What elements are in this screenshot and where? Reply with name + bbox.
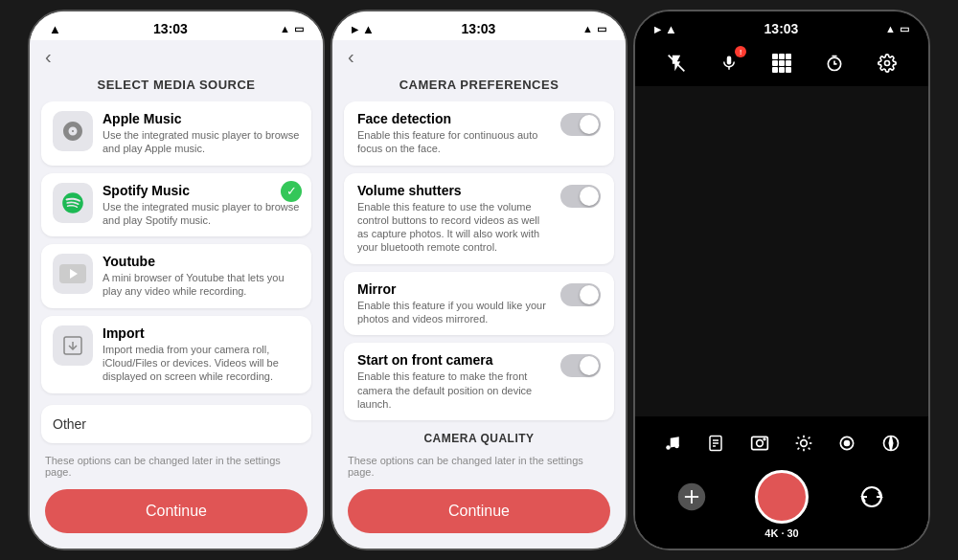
svg-point-10 <box>666 445 671 450</box>
wifi-icon: ▲ <box>49 22 61 36</box>
apple-music-icon <box>53 111 93 151</box>
import-desc: Import media from your camera roll, iClo… <box>103 343 300 384</box>
apple-music-desc: Use the integrated music player to brows… <box>103 128 300 156</box>
svg-line-24 <box>797 437 799 439</box>
svg-point-11 <box>674 444 679 449</box>
photo-icon[interactable] <box>744 428 775 459</box>
flash-icon[interactable] <box>661 48 692 78</box>
pref-mirror: Mirror Enable this feature if you would … <box>344 272 614 336</box>
toggle-mirror[interactable] <box>560 283 601 306</box>
battery-icon: ▭ <box>294 23 304 35</box>
import-name: Import <box>103 325 300 341</box>
grid-toggle-icon[interactable] <box>766 48 797 78</box>
pref-front-desc: Enable this feature to make the front ca… <box>357 370 553 411</box>
battery-icon-3: ▭ <box>900 23 909 35</box>
media-list: Apple Music Use the integrated music pla… <box>30 101 323 405</box>
import-text: Import Import media from your camera rol… <box>103 325 300 384</box>
green-dot-indicator <box>919 13 926 21</box>
svg-line-27 <box>809 437 810 439</box>
spotify-name: Spotify Music <box>103 183 300 198</box>
status-left-3: ▸ ▲ <box>654 22 677 36</box>
pref-front-camera: Start on front camera Enable this featur… <box>344 343 614 420</box>
media-item-youtube[interactable]: Youtube A mini browser of Youtube that l… <box>41 244 311 308</box>
pref-face-text: Face detection Enable this feature for c… <box>357 111 553 156</box>
camera-viewport <box>635 86 928 416</box>
continue-button-1[interactable]: Continue <box>45 489 308 533</box>
top-toolbar: ! <box>635 40 928 86</box>
status-icons-3: ▲ ▭ <box>885 23 909 35</box>
pref-volume-name: Volume shutters <box>357 183 553 198</box>
youtube-desc: A mini browser of Youtube that lets you … <box>103 271 300 299</box>
media-item-spotify[interactable]: Spotify Music Use the integrated music p… <box>41 173 311 237</box>
toggle-front-camera[interactable] <box>560 354 601 377</box>
capture-button[interactable] <box>755 470 809 524</box>
document-icon[interactable] <box>700 428 731 459</box>
screen-2-title: CAMERA PREFERENCES <box>332 74 626 101</box>
toggle-face-detection[interactable] <box>560 113 601 136</box>
bottom-note-1: These options can be changed later in th… <box>30 447 323 482</box>
filter-icon[interactable] <box>673 479 710 515</box>
toggle-volume-shutters[interactable] <box>560 185 601 208</box>
status-bar-3: ▸ ▲ 13:03 ▲ ▭ <box>635 11 928 40</box>
pref-face-desc: Enable this feature for continuous auto … <box>357 128 553 156</box>
time-1: 13:03 <box>153 21 188 36</box>
spotify-desc: Use the integrated music player to brows… <box>103 200 300 228</box>
svg-point-9 <box>884 61 889 66</box>
signal-icon-3: ▲ <box>885 23 896 34</box>
time-3: 13:03 <box>764 21 799 36</box>
spotify-text: Spotify Music Use the integrated music p… <box>103 183 300 228</box>
flip-camera-icon[interactable] <box>854 479 890 515</box>
svg-point-18 <box>764 438 765 440</box>
music-note-icon[interactable] <box>657 428 688 459</box>
phone-screen-1: ▲ 13:03 ▲ ▭ ‹ SELECT MEDIA SOURCE <box>28 10 325 550</box>
quality-label: 4K · 30 <box>635 527 928 545</box>
signal-icon-2: ▲ <box>582 23 593 34</box>
timer-icon[interactable] <box>819 48 850 78</box>
pref-volume-text: Volume shutters Enable this feature to u… <box>357 183 553 255</box>
svg-point-17 <box>757 440 764 447</box>
back-button-2[interactable]: ‹ <box>332 40 626 74</box>
svg-line-25 <box>809 448 810 450</box>
pref-mirror-text: Mirror Enable this feature if you would … <box>357 281 553 326</box>
settings-icon[interactable] <box>872 48 902 78</box>
signal-icon: ▲ <box>280 23 290 34</box>
other-item[interactable]: Other <box>41 405 311 443</box>
pref-front-name: Start on front camera <box>357 352 553 368</box>
pref-volume-desc: Enable this feature to use the volume co… <box>357 200 553 255</box>
time-2: 13:03 <box>462 21 496 36</box>
back-button-1[interactable]: ‹ <box>30 40 323 74</box>
continue-button-2[interactable]: Continue <box>348 489 610 533</box>
spotify-icon <box>53 183 93 223</box>
svg-marker-31 <box>889 437 892 451</box>
apple-music-name: Apple Music <box>103 111 300 126</box>
mic-icon[interactable]: ! <box>714 48 744 78</box>
phone-screen-3: ▸ ▲ 13:03 ▲ ▭ <box>633 10 930 550</box>
screen-3-content: ! <box>635 40 928 549</box>
compass-icon[interactable] <box>876 428 906 459</box>
focus-circle-icon[interactable] <box>832 428 862 459</box>
pref-face-detection: Face detection Enable this feature for c… <box>344 101 614 166</box>
status-icons-1: ▲ ▭ <box>280 23 304 35</box>
spotify-selected-badge: ✓ <box>281 181 302 202</box>
screen-1-title: SELECT MEDIA SOURCE <box>30 74 323 101</box>
status-bar-2: ▸ ▲ 13:03 ▲ ▭ <box>332 11 626 40</box>
capture-row <box>635 462 928 527</box>
status-left-2: ▸ ▲ <box>352 22 375 36</box>
screen-1-content: ‹ SELECT MEDIA SOURCE Apple Music Use th… <box>30 40 323 549</box>
bottom-icons-row <box>635 424 928 462</box>
pref-volume-shutters: Volume shutters Enable this feature to u… <box>344 173 614 264</box>
phone-screen-2: ▸ ▲ 13:03 ▲ ▭ ‹ CAMERA PREFERENCES Face … <box>331 10 627 550</box>
preferences-list: Face detection Enable this feature for c… <box>332 101 626 426</box>
media-item-apple-music[interactable]: Apple Music Use the integrated music pla… <box>41 101 311 166</box>
status-bar-1: ▲ 13:03 ▲ ▭ <box>30 11 323 40</box>
media-item-import[interactable]: Import Import media from your camera rol… <box>41 316 311 393</box>
youtube-name: Youtube <box>103 254 300 269</box>
grid-dots <box>772 54 791 73</box>
svg-point-29 <box>845 441 850 446</box>
pref-front-text: Start on front camera Enable this featur… <box>357 352 553 411</box>
youtube-icon <box>53 254 93 294</box>
arrow-icon-3: ▸ <box>654 22 661 36</box>
brightness-icon[interactable] <box>788 428 819 459</box>
pref-mirror-name: Mirror <box>357 281 553 297</box>
svg-point-19 <box>800 440 807 447</box>
